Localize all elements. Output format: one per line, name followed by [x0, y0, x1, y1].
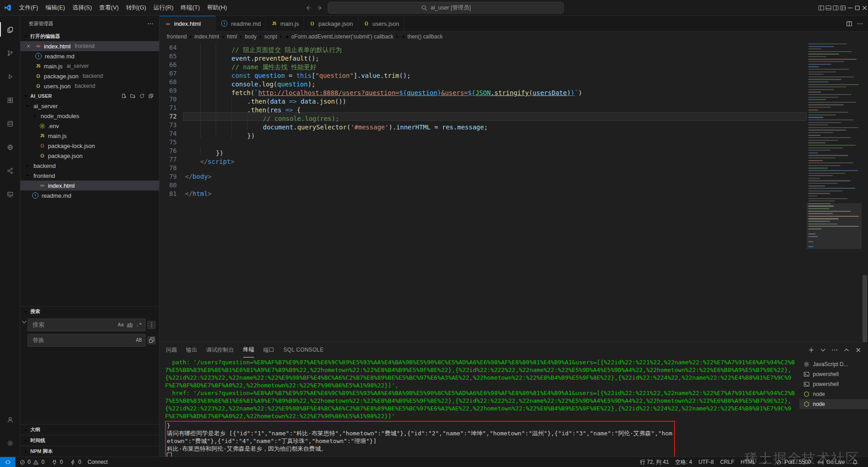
activitybar-live-share[interactable]	[0, 159, 20, 182]
menu-selection[interactable]: 选择(S)	[69, 2, 95, 14]
toggle-secondary-sidebar-icon[interactable]	[832, 4, 839, 11]
activitybar-accounts[interactable]	[0, 408, 20, 431]
regex-icon[interactable]: .*	[134, 320, 143, 329]
status-live-server-port[interactable]: Port : 5500	[772, 457, 814, 467]
tree-item-index.html[interactable]: <>index.html	[20, 181, 159, 191]
panel-tab-输出[interactable]: 输出	[186, 342, 198, 357]
status-language-mode[interactable]: HTML	[737, 457, 759, 467]
split-editor-icon[interactable]	[845, 20, 853, 27]
navigate-back-icon[interactable]	[304, 4, 311, 11]
panel-tab-调试控制台[interactable]: 调试控制台	[206, 342, 234, 357]
tree-item-frontend[interactable]: frontend	[20, 171, 159, 181]
match-case-icon[interactable]: Aa	[116, 320, 125, 329]
open-editors-header[interactable]: 打开的编辑器	[20, 31, 159, 41]
breadcrumb-item[interactable]: frontend	[167, 33, 187, 40]
tree-item-.env[interactable]: .env	[20, 121, 159, 131]
preserve-case-icon[interactable]: AB	[134, 336, 143, 345]
new-file-icon[interactable]	[120, 92, 127, 100]
workspace-header[interactable]: AI_USER	[20, 91, 159, 101]
new-terminal-icon[interactable]	[807, 346, 815, 353]
maximize-panel-icon[interactable]	[843, 346, 850, 353]
tree-item-readme.md[interactable]: ireadme.md	[20, 191, 159, 200]
connect-button[interactable]: Connect	[85, 457, 111, 467]
command-center-search[interactable]: ai_user [管理员]	[328, 2, 564, 14]
activitybar-remote-explorer[interactable]	[0, 182, 20, 206]
editor-scrollbar[interactable]	[862, 42, 868, 342]
panel-tab-端口[interactable]: 端口	[263, 342, 274, 357]
activitybar-run-and-debug[interactable]	[0, 65, 20, 88]
remote-indicator[interactable]	[0, 457, 15, 467]
breadcrumb-item[interactable]: oForm.addEventListener('submit') callbac…	[285, 33, 393, 40]
tab-main.js[interactable]: JSmain.js	[266, 16, 304, 32]
breadcrumb-item[interactable]: index.html	[194, 33, 219, 40]
search-detail-toggle-icon[interactable]	[147, 321, 156, 329]
breadcrumb-item[interactable]: then() callback	[401, 33, 443, 40]
menu-run[interactable]: 运行(R)	[150, 2, 177, 14]
terminal-profile-dropdown-icon[interactable]	[819, 346, 826, 353]
terminal-tab-node[interactable]: node	[799, 389, 868, 399]
tree-item-ai_server[interactable]: ai_server	[20, 101, 159, 111]
panel-tab-问题[interactable]: 问题	[166, 342, 177, 357]
problems-status[interactable]: 0 0	[15, 457, 47, 467]
editor-more-actions-icon[interactable]	[856, 20, 863, 27]
menu-file[interactable]: 文件(F)	[15, 2, 42, 14]
section-outline[interactable]: 大纲	[20, 424, 159, 435]
close-panel-icon[interactable]	[854, 346, 862, 353]
status-cursor-position[interactable]: 行 72, 列 41	[637, 457, 672, 467]
breadcrumb-item[interactable]: body	[245, 33, 256, 40]
menu-view[interactable]: 查看(V)	[95, 2, 122, 14]
tab-users.json[interactable]: {}users.json	[358, 16, 404, 32]
tree-item-node_modules[interactable]: node_modules	[20, 111, 159, 121]
search-input[interactable]	[32, 321, 116, 329]
panel-tab-终端[interactable]: 终端	[243, 342, 255, 357]
close-editor-icon[interactable]	[25, 43, 32, 49]
panel-more-actions-icon[interactable]	[831, 346, 838, 353]
window-minimize-button[interactable]	[846, 4, 854, 11]
status-encoding[interactable]: UTF-8	[695, 457, 717, 467]
code-editor[interactable]: 646566676869707172737475767778798081 // …	[160, 42, 868, 342]
menu-help[interactable]: 帮助(H)	[203, 2, 231, 14]
counter-status[interactable]: 0	[66, 457, 85, 467]
activitybar-database[interactable]	[0, 112, 20, 135]
window-maximize-button[interactable]	[854, 4, 861, 11]
activitybar-globe[interactable]	[0, 135, 20, 159]
menu-go[interactable]: 转到(G)	[123, 2, 150, 14]
terminal-tab-JavaScript-D-[interactable]: JavaScript D...	[799, 359, 868, 369]
tab-package.json[interactable]: {}package.json	[304, 16, 358, 32]
activitybar-source-control[interactable]	[0, 41, 20, 65]
replace-input[interactable]	[32, 336, 134, 344]
ports-status[interactable]: 0	[47, 457, 66, 467]
refresh-icon[interactable]	[138, 92, 146, 100]
close-tab-icon[interactable]	[205, 21, 211, 27]
activitybar-extensions[interactable]	[0, 88, 20, 112]
tree-item-main.js[interactable]: JSmain.js	[20, 131, 159, 141]
tree-item-backend[interactable]: backend	[20, 161, 159, 171]
status-notifications[interactable]	[848, 457, 862, 467]
status-eol[interactable]: CRLF	[717, 457, 737, 467]
terminal-tab-powershell[interactable]: powershell	[799, 379, 868, 389]
search-header[interactable]: 搜索	[20, 306, 159, 317]
activitybar-explorer[interactable]	[0, 18, 20, 41]
toggle-panel-icon[interactable]	[825, 4, 832, 11]
minimap[interactable]	[807, 42, 862, 342]
activitybar-manage[interactable]	[0, 431, 20, 455]
open-editor-item[interactable]: JSmain.jsai_server	[20, 61, 159, 71]
panel-tab-SQL CONSOLE[interactable]: SQL CONSOLE	[283, 342, 324, 357]
tab-index.html[interactable]: <>index.html	[160, 16, 216, 32]
status-go-live[interactable]: Go Live	[814, 457, 848, 467]
open-editor-item[interactable]: ireadme.md	[20, 51, 159, 61]
open-editor-item[interactable]: <>index.htmlfrontend	[20, 41, 159, 51]
terminal-output[interactable]: path: '/users?question=%E8%AF%B7%E9%97%A…	[160, 357, 799, 457]
navigate-forward-icon[interactable]	[316, 4, 323, 11]
new-folder-icon[interactable]	[129, 92, 137, 100]
menu-edit[interactable]: 编辑(E)	[42, 2, 69, 14]
terminal-tab-node[interactable]: node	[799, 399, 868, 409]
open-editor-item[interactable]: {}users.jsonbackend	[20, 81, 159, 91]
breadcrumb-item[interactable]: script	[264, 33, 277, 40]
toggle-replace-icon[interactable]	[20, 319, 28, 326]
terminal-tab-powershell[interactable]: powershell	[799, 369, 868, 379]
tab-readme.md[interactable]: ireadme.md	[216, 16, 266, 32]
minimap-slider[interactable]	[807, 203, 862, 249]
open-editor-item[interactable]: {}package.jsonbackend	[20, 71, 159, 81]
section-timeline[interactable]: 时间线	[20, 435, 159, 446]
